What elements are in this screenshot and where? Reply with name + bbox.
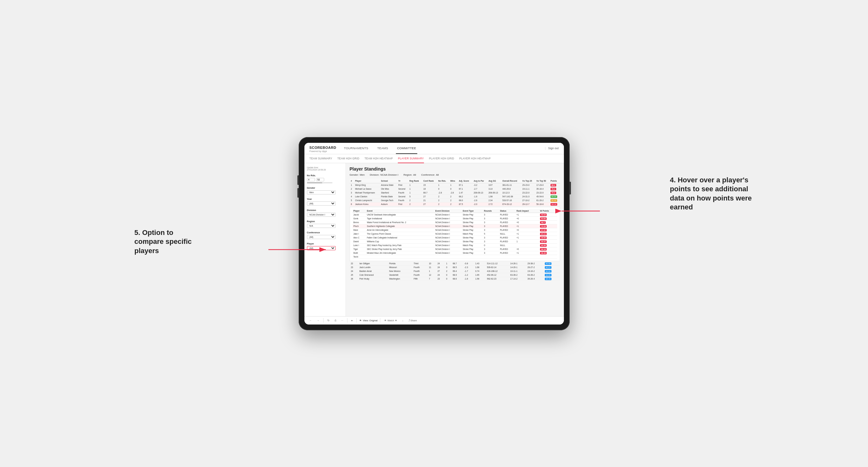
refresh-button[interactable]: ↻	[326, 318, 331, 322]
right-annotation-arrow	[562, 205, 600, 217]
year-select[interactable]: (All)	[307, 201, 336, 206]
app-header: SCOREBOARD Powered by clippi TOURNAMENTS…	[304, 143, 564, 154]
divider-icon: |	[545, 147, 546, 150]
filter-division: Division: NCAA Division I	[370, 174, 399, 176]
division-select[interactable]: NCAA Division I	[307, 213, 336, 217]
event-row: Tiger SEC Stroke Play hosted by Jerry Pa…	[352, 247, 557, 251]
points-badge-green[interactable]: 60.49	[551, 199, 557, 202]
points-lower[interactable]: 38.49	[545, 278, 552, 280]
region-select[interactable]: N/A	[307, 224, 336, 228]
table-row: 26 Petr Hruby Washington Fifth 7 23 0 68…	[350, 277, 560, 281]
points-badge[interactable]: 70.2	[551, 192, 556, 194]
no-rds-min-input[interactable]	[307, 178, 315, 181]
main-content: Update time: 27/01/2024 16:56:26 No Rds.	[304, 163, 564, 316]
points-lower[interactable]: 40.02	[545, 270, 552, 273]
table-row: 24 Bastien Amat New Mexico Fourth 1 27 2…	[350, 269, 560, 273]
nav-committee[interactable]: COMMITTEE	[396, 143, 417, 154]
event-points[interactable]: 40.64	[540, 214, 547, 216]
table-row-koivu: 6 Jackson Koivu Auburn First 2 27 2 2 87…	[350, 202, 560, 206]
table-row: 2 Michael La Sasso Ole Miss Second 1 18 …	[350, 187, 560, 191]
subnav-team-h2h-grid[interactable]: TEAM H2H GRID	[337, 154, 359, 163]
subnav-player-summary[interactable]: PLAYER SUMMARY	[398, 154, 424, 163]
tablet-device: SCOREBOARD Powered by clippi TOURNAMENTS…	[299, 137, 570, 330]
tablet-screen: SCOREBOARD Powered by clippi TOURNAMENTS…	[304, 143, 564, 324]
points-lower[interactable]: 39.95	[545, 274, 552, 276]
event-points[interactable]: 46.7	[540, 221, 546, 224]
col-avg-sg: Avg SG	[487, 179, 501, 183]
toolbar-separator-1	[323, 318, 323, 322]
view-original-label[interactable]: 👁 View: Original	[359, 319, 377, 322]
back-button[interactable]: ←	[308, 318, 313, 322]
event-points[interactable]: 73.33	[540, 225, 547, 227]
conference-select[interactable]: (All)	[307, 235, 336, 239]
update-time-value: 27/01/2024 16:56:26	[307, 168, 343, 171]
event-points[interactable]: 53.60	[540, 217, 547, 220]
col-num: #	[350, 179, 354, 183]
col-conf-rank: Conf Rank	[422, 179, 437, 183]
event-points[interactable]: 46.40	[540, 252, 547, 254]
event-points[interactable]: 24.11	[540, 233, 547, 235]
points-badge[interactable]: 76.2	[551, 188, 556, 190]
share-button[interactable]: ⤴ Share	[407, 318, 418, 322]
subnav-team-h2h-heatmap[interactable]: TEAM H2H HEATMAP	[364, 154, 393, 163]
toolbar-separator-2	[347, 318, 347, 322]
no-rds-label: No Rds.	[307, 174, 343, 177]
gender-select[interactable]: Men	[307, 190, 336, 194]
no-rds-section: No Rds.	[307, 174, 343, 183]
event-row: Jacob UNCW Seahawk Intercollegiate NCAA …	[352, 213, 557, 216]
col-adj-score: Adj. Score	[458, 179, 472, 183]
logo-sub: Powered by clippi	[310, 150, 336, 152]
annotation-left: 5. Option to compare specific players	[134, 228, 205, 255]
points-lower[interactable]: 40.27	[545, 266, 552, 269]
subnav-player-h2h-grid[interactable]: PLAYER H2H GRID	[429, 154, 454, 163]
points-lower[interactable]: 40.58	[545, 262, 552, 265]
bottom-toolbar: ← → ↻ ⎙ ··· ● 👁 View: Original 👁 Watch ▼	[304, 316, 564, 324]
copy-button[interactable]: ⎙	[334, 318, 338, 322]
sign-out-button[interactable]: Sign out	[548, 147, 558, 150]
points-badge[interactable]: 88.2	[551, 184, 556, 186]
download-button[interactable]: ↓	[401, 318, 405, 322]
left-annotation-arrow	[269, 243, 332, 256]
year-section: Year (All)	[307, 198, 343, 206]
logo-area: SCOREBOARD Powered by clippi	[310, 145, 336, 152]
no-rds-max-input[interactable]	[316, 178, 324, 181]
filter-region: Region: All	[404, 174, 416, 176]
points-badge-hovered[interactable]: 58.18	[551, 203, 557, 206]
col-player: Player	[354, 179, 380, 183]
dots-button[interactable]: ···	[340, 318, 345, 322]
event-points[interactable]: 37.57	[540, 229, 547, 231]
table-row: 1 Wenyi Ding Arizona State First 1 15 1 …	[350, 183, 560, 187]
col-no-rds: No Rds.	[437, 179, 449, 183]
filter-bar: Gender: Men Division: NCAA Division I Re…	[350, 174, 560, 176]
event-table-header: Player Event Event Division Event Type R…	[352, 209, 557, 213]
conference-label: Conference	[307, 231, 343, 234]
forward-button[interactable]: →	[316, 318, 321, 322]
col-school: School	[380, 179, 397, 183]
watch-button[interactable]: 👁 Watch ▼	[383, 318, 398, 322]
lower-standings-table: 22 Ian Gilligan Florida Third 10 24 1 68…	[350, 262, 560, 281]
update-time-label: Update time:	[307, 166, 343, 168]
event-points[interactable]: 56.18	[540, 248, 547, 251]
division-section: Division NCAA Division I	[307, 209, 343, 217]
event-points[interactable]: 16.50	[540, 237, 547, 239]
event-row: David Williams Cup NCAA Division I Strok…	[352, 240, 557, 243]
filter-conference: Conference: All	[421, 174, 439, 176]
event-row: Luke I SEC Match Play hosted by Jerry Pa…	[352, 243, 557, 247]
no-rds-slider[interactable]	[307, 182, 333, 183]
division-label: Division	[307, 209, 343, 212]
standings-table: # Player School Yr Reg Rank Conf Rank No…	[350, 179, 560, 206]
nav-tournaments[interactable]: TOURNAMENTS	[343, 143, 370, 154]
event-points[interactable]: 25.30	[540, 244, 547, 247]
subnav-team-summary[interactable]: TEAM SUMMARY	[310, 154, 333, 163]
event-points[interactable]: 30.47	[540, 240, 547, 243]
nav-teams[interactable]: TEAMS	[376, 143, 389, 154]
points-badge-green[interactable]: 66.54	[551, 195, 557, 198]
clock-button[interactable]: ●	[350, 318, 354, 322]
col-vs50: Vs Top 50	[535, 179, 549, 183]
col-record: Overall Record	[501, 179, 521, 183]
event-row: Breno Wake Forest Invitational at Pinehu…	[352, 220, 557, 224]
event-row-highlighted: Pfoch Southern Highlands Collegiate NCAA…	[352, 224, 557, 228]
table-row: 22 Ian Gilligan Florida Third 10 24 1 68…	[350, 262, 560, 266]
year-label: Year	[307, 198, 343, 200]
subnav-player-h2h-heatmap[interactable]: PLAYER H2H HEATMAP	[459, 154, 491, 163]
